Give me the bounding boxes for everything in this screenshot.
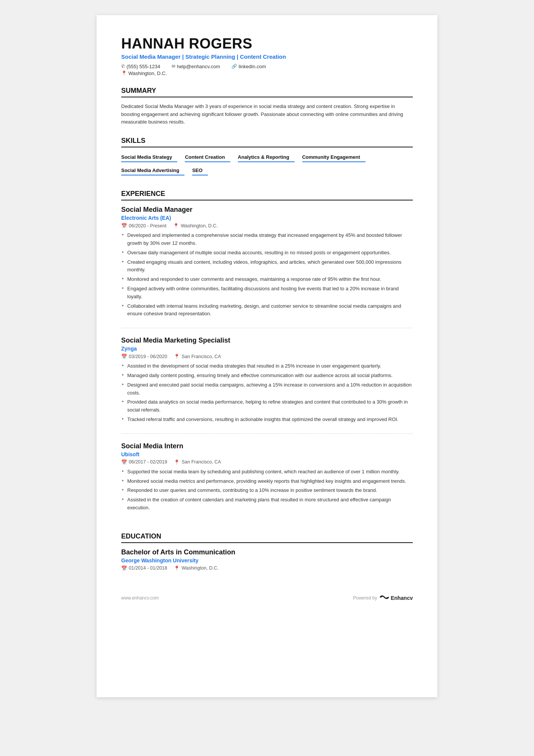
list-item: Monitored and responded to user comments… (121, 275, 413, 283)
education-title: EDUCATION (121, 532, 413, 543)
experience-section: EXPERIENCE Social Media Manager Electron… (121, 190, 413, 522)
list-item: Managed daily content posting, ensuring … (121, 372, 413, 380)
summary-section: SUMMARY Dedicated Social Media Manager w… (121, 87, 413, 126)
edu-location: 📍 Washington, D.C. (174, 565, 219, 571)
powered-by-label: Powered by (353, 595, 377, 601)
candidate-title: Social Media Manager | Strategic Plannin… (121, 53, 413, 60)
job-2: Social Media Marketing Specialist Zynga … (121, 337, 413, 434)
summary-title: SUMMARY (121, 87, 413, 97)
contact-row-2: 📍 Washington, D.C. (121, 70, 413, 76)
header: HANNAH ROGERS Social Media Manager | Str… (121, 36, 413, 76)
edu-date: 📅 01/2014 - 01/2018 (121, 565, 167, 571)
calendar-icon: 📅 (121, 459, 127, 465)
job-3-company: Ubisoft (121, 451, 413, 457)
education-item-1: Bachelor of Arts in Communication George… (121, 548, 413, 571)
job-1-location: 📍 Washington, D.C. (173, 223, 218, 229)
skill-social-media-advertising: Social Media Advertising (121, 166, 184, 175)
job-2-location: 📍 San Francisco, CA (174, 354, 221, 359)
experience-title: EXPERIENCE (121, 190, 413, 200)
phone-icon: ✆ (121, 64, 125, 69)
job-2-date: 📅 03/2019 - 06/2020 (121, 354, 167, 359)
list-item: Collaborated with internal teams includi… (121, 302, 413, 318)
email-icon: ✉ (172, 64, 175, 69)
calendar-icon: 📅 (121, 223, 127, 229)
pin-icon: 📍 (173, 223, 179, 229)
calendar-icon: 📅 (121, 354, 127, 359)
skills-row-2: Social Media Advertising SEO (121, 166, 413, 178)
job-2-meta: 📅 03/2019 - 06/2020 📍 San Francisco, CA (121, 354, 413, 359)
skills-row-1: Social Media Strategy Content Creation A… (121, 153, 413, 165)
list-item: Assisted in the creation of content cale… (121, 496, 413, 512)
list-item: Oversaw daily management of multiple soc… (121, 249, 413, 257)
location-icon: 📍 (121, 70, 127, 76)
page-footer: www.enhancv.com Powered by Enhancv (121, 594, 413, 603)
phone-value: (555) 555-1234 (126, 64, 160, 69)
job-3-location: 📍 San Francisco, CA (174, 459, 221, 465)
skill-community-engagement: Community Engagement (302, 153, 365, 162)
job-1-bullets: Developed and implemented a comprehensiv… (121, 232, 413, 318)
enhancv-logo: Enhancv (379, 594, 413, 603)
skill-seo: SEO (192, 166, 208, 175)
job-3-meta: 📅 06/2017 - 02/2019 📍 San Francisco, CA (121, 459, 413, 465)
email-contact: ✉ help@enhancv.com (172, 64, 220, 69)
list-item: Developed and implemented a comprehensiv… (121, 232, 413, 247)
skill-analytics-reporting: Analytics & Reporting (238, 153, 295, 162)
job-1-title: Social Media Manager (121, 206, 413, 214)
enhancv-icon (379, 594, 389, 603)
resume-page: HANNAH ROGERS Social Media Manager | Str… (97, 15, 437, 697)
list-item: Responded to user queries and comments, … (121, 487, 413, 495)
skills-title: SKILLS (121, 137, 413, 147)
job-2-title: Social Media Marketing Specialist (121, 337, 413, 344)
job-1-company: Electronic Arts (EA) (121, 215, 413, 221)
list-item: Assisted in the development of social me… (121, 362, 413, 370)
pin-icon: 📍 (174, 459, 180, 465)
edu-degree: Bachelor of Arts in Communication (121, 548, 413, 556)
list-item: Provided data analytics on social media … (121, 398, 413, 414)
footer-powered: Powered by Enhancv (353, 594, 413, 603)
link-icon: 🔗 (231, 64, 237, 69)
summary-text: Dedicated Social Media Manager with 3 ye… (121, 103, 413, 126)
job-2-company: Zynga (121, 346, 413, 352)
job-2-bullets: Assisted in the development of social me… (121, 362, 413, 424)
pin-icon: 📍 (174, 354, 180, 359)
contact-row-1: ✆ (555) 555-1234 ✉ help@enhancv.com 🔗 li… (121, 64, 413, 69)
linkedin-value: linkedin.com (239, 64, 266, 69)
skill-social-media-strategy: Social Media Strategy (121, 153, 177, 162)
edu-school: George Washington University (121, 557, 413, 563)
list-item: Monitored social media metrics and perfo… (121, 477, 413, 485)
list-item: Engaged actively with online communities… (121, 285, 413, 301)
email-value: help@enhancv.com (177, 64, 220, 69)
job-3-date: 📅 06/2017 - 02/2019 (121, 459, 167, 465)
list-item: Designed and executed paid social media … (121, 381, 413, 397)
edu-meta: 📅 01/2014 - 01/2018 📍 Washington, D.C. (121, 565, 413, 571)
skills-grid: Social Media Strategy Content Creation A… (121, 153, 413, 179)
job-3: Social Media Intern Ubisoft 📅 06/2017 - … (121, 442, 413, 522)
job-3-title: Social Media Intern (121, 442, 413, 450)
skills-section: SKILLS Social Media Strategy Content Cre… (121, 137, 413, 179)
linkedin-contact[interactable]: 🔗 linkedin.com (231, 64, 266, 69)
list-item: Tracked referral traffic and conversions… (121, 416, 413, 424)
enhancv-brand: Enhancv (391, 595, 413, 601)
pin-icon: 📍 (174, 565, 180, 571)
list-item: Supported the social media team by sched… (121, 468, 413, 476)
location-contact: 📍 Washington, D.C. (121, 70, 167, 76)
job-3-bullets: Supported the social media team by sched… (121, 468, 413, 512)
education-section: EDUCATION Bachelor of Arts in Communicat… (121, 532, 413, 571)
list-item: Created engaging visuals and content, in… (121, 258, 413, 274)
calendar-icon: 📅 (121, 565, 127, 571)
job-1: Social Media Manager Electronic Arts (EA… (121, 206, 413, 328)
candidate-name: HANNAH ROGERS (121, 36, 413, 52)
location-value: Washington, D.C. (128, 70, 167, 76)
job-1-date: 📅 06/2020 - Present (121, 223, 166, 229)
footer-website: www.enhancv.com (121, 595, 159, 601)
job-1-meta: 📅 06/2020 - Present 📍 Washington, D.C. (121, 223, 413, 229)
skill-content-creation: Content Creation (185, 153, 230, 162)
phone-contact: ✆ (555) 555-1234 (121, 64, 160, 69)
